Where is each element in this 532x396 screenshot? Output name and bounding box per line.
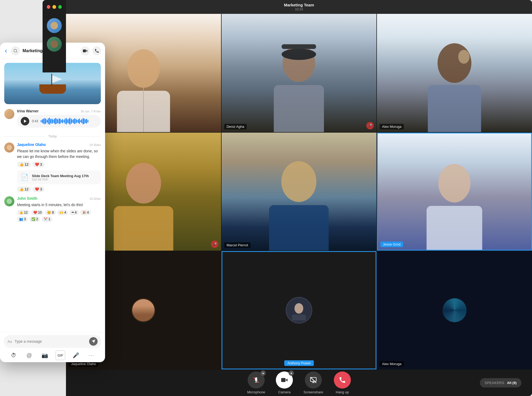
svg-point-10 (126, 163, 161, 203)
video-window: Marketing Team 10:24 Jaqueline Olaho (66, 0, 532, 396)
send-button[interactable] (89, 337, 98, 346)
more-button[interactable]: ··· (87, 350, 96, 360)
date-text: Today (48, 134, 57, 138)
svg-rect-11 (114, 206, 173, 251)
video-cell-anthony[interactable]: Anthony Powel (222, 251, 377, 369)
svg-point-14 (438, 164, 471, 202)
camera-icon (281, 377, 288, 383)
participant-name-alex: Alex Moruga (380, 124, 404, 129)
video-cell-deniz[interactable]: Deniz Agha 🎤 (222, 14, 377, 132)
reactions-jaqueline: 👍 12 ❤️ 3 (17, 162, 101, 167)
search-icon (13, 49, 18, 53)
speakers-count: All (9) (507, 381, 517, 385)
video-cell-alex[interactable]: Alex Moruga (377, 14, 532, 132)
search-button[interactable] (11, 46, 20, 55)
avatar-john (4, 196, 14, 206)
microphone-icon (253, 377, 259, 383)
play-button[interactable] (21, 117, 29, 125)
hangup-label: Hang up (336, 390, 349, 394)
reactions-file: 👍 12 ❤️ 3 (17, 186, 101, 192)
video-cell-marcel[interactable]: Marcel Pierrot (222, 133, 377, 251)
message-text-jaqueline: Please let me know when the slides are d… (17, 148, 101, 160)
video-icon (83, 48, 88, 53)
svg-line-27 (16, 52, 17, 52)
chat-message-john: John Smith 10:32am Meeting starts in 5 m… (4, 196, 101, 222)
sidebar-avatar-1[interactable] (47, 18, 62, 33)
video-call-button[interactable] (81, 46, 90, 55)
phone-button[interactable] (92, 46, 101, 55)
svg-rect-4 (274, 85, 324, 132)
camera-label: Camera (278, 390, 290, 394)
time-irina: 30.Jun, 7:47am (81, 110, 101, 113)
svg-point-12 (281, 161, 317, 202)
time-jaqueline: 10:30am (89, 143, 101, 146)
camera-control[interactable]: ▲ Camera (276, 371, 293, 394)
file-attachment[interactable]: 📄 Slide Deck Team Meeting Aug 17th 530 K… (17, 170, 101, 184)
camera-chevron[interactable]: ▲ (289, 370, 294, 376)
timer-button[interactable]: ⏱ (9, 350, 18, 360)
camera-toolbar-button[interactable]: 📷 (40, 350, 49, 360)
reaction-6[interactable]: 🎉 4 (80, 210, 91, 215)
reaction-4[interactable]: 🙌 4 (57, 210, 68, 215)
svg-rect-8 (428, 85, 481, 132)
reaction-thumbs[interactable]: 👍 12 (17, 162, 31, 167)
microphone-control[interactable]: ▲ Microphone (247, 371, 265, 394)
reaction-7[interactable]: 👥 3 (17, 217, 28, 222)
participant-name-jesse: Jesse Grod (380, 242, 403, 247)
svg-rect-21 (281, 378, 285, 382)
svg-marker-31 (92, 340, 95, 343)
hangup-button[interactable] (334, 371, 351, 389)
mic-chevron[interactable]: ▲ (260, 370, 266, 376)
mac-maximize-dot[interactable] (58, 5, 62, 9)
screenshare-control[interactable]: Screenshare (304, 371, 323, 394)
back-button[interactable]: ‹ (4, 47, 8, 55)
sidebar-panel (43, 14, 66, 72)
gif-button[interactable]: GIF (56, 350, 65, 360)
audio-waveform (41, 117, 97, 125)
mac-titlebar (43, 0, 66, 14)
hangup-icon (339, 376, 346, 384)
speakers-label: SPEAKERS (485, 381, 504, 385)
reaction-5[interactable]: •• 4 (69, 210, 78, 215)
chat-window: ‹ Marketing Team ▾ (0, 43, 105, 362)
chat-toolbar: ⏱ @ 📷 GIF 🎤 ··· (4, 350, 101, 360)
microphone-label: Microphone (247, 390, 265, 394)
video-cell-jesse[interactable]: Jesse Grod (377, 133, 532, 251)
time-john: 10:32am (89, 197, 101, 200)
video-call-title: Marketing Team (284, 3, 314, 7)
participant-name-anthony: Anthony Powel (284, 360, 314, 366)
message-input[interactable] (15, 339, 86, 344)
reaction-1[interactable]: 👍 12 (17, 210, 30, 215)
reaction-3[interactable]: 😊 8 (45, 210, 56, 215)
screenshare-label: Screenshare (304, 390, 323, 394)
reaction-9[interactable]: ✂️ 1 (41, 217, 52, 222)
reaction-thumbs-file[interactable]: 👍 12 (17, 186, 31, 192)
svg-rect-6 (282, 44, 316, 49)
video-cell-alex2[interactable]: Alex Moruga (377, 251, 532, 369)
mac-minimize-dot[interactable] (52, 5, 56, 9)
participant-name-deniz: Deniz Agha (224, 124, 247, 129)
mention-button[interactable]: @ (24, 350, 34, 360)
audio-player[interactable]: 0:43 (17, 115, 101, 128)
mic-toolbar-button[interactable]: 🎤 (71, 350, 81, 360)
svg-point-0 (127, 49, 160, 88)
sidebar-avatar-2[interactable] (47, 37, 62, 52)
svg-point-16 (294, 303, 303, 313)
hangup-control[interactable]: Hang up (334, 371, 351, 394)
speakers-button[interactable]: SPEAKERS All (9) (480, 378, 521, 387)
aa-button[interactable]: Aa (7, 340, 12, 344)
video-grid: Jaqueline Olaho Deniz Agha 🎤 (66, 14, 532, 369)
sender-john: John Smith (17, 196, 37, 201)
reaction-heart-file[interactable]: ❤️ 3 (32, 186, 44, 192)
screenshare-button[interactable] (305, 371, 322, 389)
svg-point-5 (282, 48, 316, 60)
reaction-2[interactable]: ❤️ 10 (31, 210, 44, 215)
reaction-heart[interactable]: ❤️ 3 (32, 162, 44, 167)
chat-message-irina: Irina Warner 30.Jun, 7:47am 0:43 (4, 109, 101, 128)
file-icon: 📄 (21, 174, 29, 181)
video-call-time: 10:24 (295, 7, 303, 11)
screenshare-icon (310, 377, 317, 383)
reaction-8[interactable]: ✅ 2 (29, 217, 40, 222)
mac-close-dot[interactable] (47, 5, 50, 9)
participant-name-alex2: Alex Moruga (380, 361, 404, 367)
